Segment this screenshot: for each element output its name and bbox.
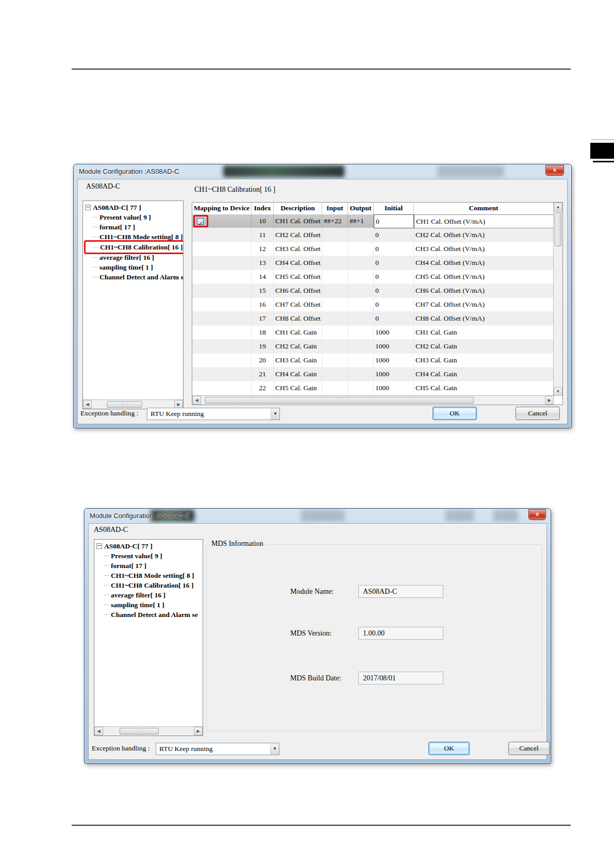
- ok-button[interactable]: OK: [428, 742, 470, 755]
- title-bar[interactable]: Module Configuration :AS08AD-C x: [74, 164, 571, 179]
- input-cell: [322, 284, 348, 298]
- collapse-icon[interactable]: [85, 205, 91, 210]
- mapping-checkbox[interactable]: [197, 218, 204, 225]
- column-header[interactable]: Index: [252, 203, 274, 214]
- mapping-cell[interactable]: [192, 368, 252, 381]
- exception-handling-select[interactable]: RTU Keep running ▼: [147, 408, 280, 420]
- collapse-icon[interactable]: [96, 543, 102, 549]
- column-header[interactable]: Output: [348, 203, 374, 214]
- tree-item[interactable]: sampling time[ 1 ]: [85, 262, 153, 272]
- table-row[interactable]: 12 CH3 Cal. Offset (V/mA) 0 CH3 Cal. Off…: [192, 242, 554, 256]
- mapping-cell[interactable]: [192, 214, 252, 228]
- exception-handling-select[interactable]: RTU Keep running ▼: [156, 743, 279, 755]
- title-bar[interactable]: Module Configuration :AS08AD-C x: [85, 509, 551, 523]
- tree-item[interactable]: average filter[ 16 ]: [85, 253, 154, 262]
- scroll-down-icon[interactable]: ▼: [554, 387, 562, 396]
- ok-button[interactable]: OK: [433, 407, 477, 420]
- initial-value-cell[interactable]: 1000: [374, 326, 414, 340]
- tree-item[interactable]: CH1~CH8 Mode setting[ 8 ]: [85, 232, 183, 242]
- table-row[interactable]: 21 CH4 Cal. Gain 1000 CH4 Cal. Gain: [192, 368, 554, 381]
- tree-item[interactable]: Present value[ 9 ]: [96, 551, 162, 561]
- chevron-down-icon[interactable]: ▼: [271, 408, 279, 420]
- module-name-label: AS08AD-C: [86, 182, 120, 191]
- field-label: MDS Version:: [290, 629, 331, 638]
- tree-items: Present value[ 9 ] format[ 17 ] CH1~CH8 …: [85, 212, 182, 282]
- tree-item[interactable]: CH1~CH8 Calibration[ 16 ]: [84, 240, 184, 254]
- column-header[interactable]: Initial: [374, 203, 414, 214]
- scrollbar-thumb[interactable]: [555, 212, 561, 246]
- input-cell: [322, 368, 348, 381]
- scrollbar-thumb[interactable]: [120, 728, 159, 735]
- table-row[interactable]: 13 CH4 Cal. Offset (V/mA) 0 CH4 Cal. Off…: [192, 256, 554, 270]
- table-row[interactable]: 15 CH6 Cal. Offset (V/mA) 0 CH6 Cal. Off…: [192, 284, 554, 298]
- table-row[interactable]: 22 CH5 Cal. Gain 1000 CH5 Cal. Gain: [192, 381, 554, 395]
- tree-item[interactable]: Present value[ 9 ]: [85, 212, 151, 222]
- group-title: MDS Information: [209, 540, 266, 548]
- scroll-right-icon[interactable]: ▶: [194, 727, 203, 736]
- cancel-button[interactable]: Cancel: [508, 742, 550, 755]
- cancel-button[interactable]: Cancel: [516, 407, 560, 420]
- tree-item[interactable]: format[ 17 ]: [85, 222, 135, 232]
- table-row[interactable]: 20 CH3 Cal. Gain 1000 CH3 Cal. Gain: [192, 354, 554, 368]
- table-row[interactable]: 16 CH7 Cal. Offset (V/mA) 0 CH7 Cal. Off…: [192, 298, 554, 312]
- scroll-left-icon[interactable]: ◀: [83, 400, 92, 409]
- tree-item[interactable]: Channel Detect and Alarm se: [96, 610, 198, 620]
- initial-value-cell[interactable]: 0: [374, 256, 414, 270]
- close-icon[interactable]: x: [528, 509, 546, 520]
- initial-value-cell[interactable]: 0: [374, 284, 414, 298]
- column-header[interactable]: Input: [322, 203, 348, 214]
- initial-value-cell[interactable]: 1000: [374, 368, 414, 381]
- initial-value-cell[interactable]: 1000: [374, 354, 414, 368]
- initial-value-cell[interactable]: 0: [374, 242, 414, 256]
- scroll-left-icon[interactable]: ◀: [192, 396, 201, 405]
- column-header[interactable]: Mapping to Device: [192, 203, 252, 214]
- tree-item[interactable]: CH1~CH8 Calibration[ 16 ]: [96, 580, 193, 590]
- mapping-cell[interactable]: [192, 340, 252, 354]
- mapping-cell[interactable]: [192, 354, 252, 368]
- tree-item[interactable]: sampling time[ 1 ]: [96, 600, 164, 610]
- mapping-cell[interactable]: [192, 242, 252, 256]
- mapping-cell[interactable]: [192, 298, 252, 312]
- initial-value-cell[interactable]: 0: [374, 312, 414, 326]
- table-row[interactable]: 11 CH2 Cal. Offset (V/mA) 0 CH2 Cal. Off…: [192, 228, 554, 242]
- mapping-cell[interactable]: [192, 270, 252, 284]
- mapping-cell[interactable]: [192, 381, 252, 395]
- tree-item[interactable]: average filter[ 16 ]: [96, 590, 165, 600]
- scrollbar-thumb[interactable]: [107, 401, 142, 408]
- scroll-up-icon[interactable]: ▲: [554, 203, 562, 211]
- initial-value-cell[interactable]: 1000: [374, 381, 414, 395]
- table-row[interactable]: 10 CH1 Cal. Offset (V/mA) ##+22 ##+1 0 C…: [192, 214, 554, 228]
- table-row[interactable]: 19 CH2 Cal. Gain 1000 CH2 Cal. Gain: [192, 340, 554, 354]
- close-icon[interactable]: x: [545, 165, 564, 176]
- mapping-cell[interactable]: [192, 312, 252, 326]
- tree-item[interactable]: format[ 17 ]: [96, 561, 146, 571]
- scrollbar-thumb[interactable]: [205, 397, 474, 404]
- mapping-cell[interactable]: [192, 326, 252, 340]
- initial-value-cell[interactable]: 0: [374, 298, 414, 312]
- output-cell: [348, 368, 374, 381]
- mapping-cell[interactable]: [192, 284, 252, 298]
- tree-root-item[interactable]: AS08AD-C[ 77 ]: [85, 203, 141, 212]
- table-row[interactable]: 14 CH5 Cal. Offset (V/mA) 0 CH5 Cal. Off…: [192, 270, 554, 284]
- tree-item[interactable]: CH1~CH8 Mode setting[ 8 ]: [96, 571, 194, 580]
- initial-value-cell[interactable]: 0: [374, 270, 414, 284]
- column-header[interactable]: Comment: [414, 203, 554, 214]
- table-row[interactable]: 17 CH8 Cal. Offset (V/mA) 0 CH8 Cal. Off…: [192, 312, 554, 326]
- tree-item[interactable]: Channel Detect and Alarm se: [85, 272, 184, 282]
- mapping-cell[interactable]: [192, 228, 252, 242]
- scroll-right-icon[interactable]: ▶: [545, 396, 554, 405]
- tree-horizontal-scrollbar[interactable]: ◀ ▶: [94, 726, 203, 736]
- initial-value-cell[interactable]: 1000: [374, 340, 414, 354]
- scroll-left-icon[interactable]: ◀: [94, 727, 103, 736]
- chevron-down-icon[interactable]: ▼: [270, 743, 279, 755]
- table-horizontal-scrollbar[interactable]: ◀ ▶: [192, 395, 554, 405]
- tree-root-item[interactable]: AS08AD-C[ 77 ]: [96, 541, 153, 551]
- initial-value-cell[interactable]: 0: [374, 214, 414, 228]
- table-row[interactable]: 18 CH1 Cal. Gain 1000 CH1 Cal. Gain: [192, 326, 554, 340]
- description-cell: CH2 Cal. Offset (V/mA): [274, 228, 322, 242]
- dialog-body: AS08AD-C CH1~CH8 Calibration[ 16 ] AS08A…: [77, 179, 568, 424]
- mapping-cell[interactable]: [192, 256, 252, 270]
- column-header[interactable]: Description: [274, 203, 322, 214]
- table-vertical-scrollbar[interactable]: ▲ ▼: [553, 203, 562, 396]
- initial-value-cell[interactable]: 0: [374, 228, 414, 242]
